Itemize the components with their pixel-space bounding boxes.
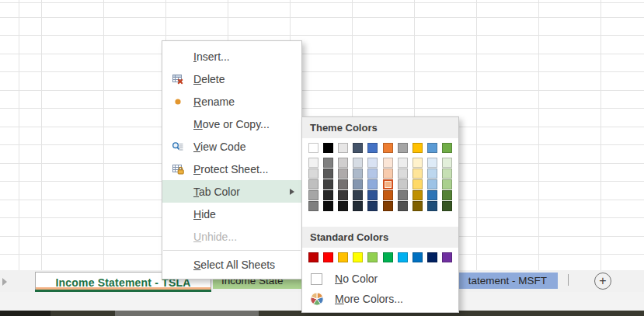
- menu-item-unhide[interactable]: Unhide...: [162, 225, 301, 248]
- theme-variant-swatch[interactable]: [308, 190, 319, 200]
- theme-variant-swatch[interactable]: [413, 190, 423, 200]
- theme-color-swatch[interactable]: [323, 143, 333, 153]
- theme-variant-swatch[interactable]: [323, 168, 333, 179]
- theme-variant-swatch[interactable]: [383, 168, 393, 179]
- tab-scroll-right-icon[interactable]: [2, 278, 7, 286]
- theme-variant-swatch[interactable]: [383, 158, 393, 168]
- theme-color-swatch[interactable]: [383, 143, 393, 153]
- menu-item-insert[interactable]: Insert...: [162, 45, 301, 68]
- theme-variant-swatch[interactable]: [367, 179, 378, 189]
- taskbar-segment: [0, 311, 50, 316]
- theme-color-swatch[interactable]: [308, 143, 319, 153]
- menu-item-select-all-sheets[interactable]: Select All Sheets: [162, 253, 301, 276]
- theme-variant-swatch[interactable]: [338, 158, 348, 168]
- menu-item-view-code[interactable]: View Code: [162, 135, 301, 158]
- theme-variant-swatch[interactable]: [367, 201, 378, 211]
- standard-color-swatch[interactable]: [308, 252, 319, 262]
- menu-item-tab-color[interactable]: Tab Color: [162, 180, 301, 203]
- more-colors-label: More Colors...: [335, 293, 403, 305]
- theme-variant-swatch[interactable]: [323, 158, 333, 168]
- theme-color-swatch[interactable]: [427, 143, 437, 153]
- theme-color-swatch[interactable]: [367, 143, 378, 153]
- theme-variant-swatch[interactable]: [442, 190, 452, 200]
- tab-color-submenu: Theme Colors Standard Colors No Color: [301, 116, 459, 313]
- theme-variant-swatch[interactable]: [398, 168, 408, 179]
- standard-color-swatch[interactable]: [323, 252, 333, 262]
- theme-variant-swatch[interactable]: [413, 168, 423, 179]
- theme-variant-swatch[interactable]: [323, 190, 333, 200]
- menu-item-move-or-copy[interactable]: Move or Copy...: [162, 113, 301, 135]
- menu-item-hide[interactable]: Hide: [162, 203, 301, 225]
- menu-item-label: Protect Sheet...: [193, 163, 301, 175]
- theme-variant-swatch[interactable]: [308, 158, 319, 168]
- no-color-label: No Color: [335, 273, 378, 285]
- theme-variant-swatch[interactable]: [323, 179, 333, 189]
- standard-color-swatch[interactable]: [427, 252, 437, 262]
- standard-color-swatch[interactable]: [442, 252, 452, 262]
- menu-item-label: Unhide...: [193, 231, 301, 243]
- standard-color-swatch[interactable]: [367, 252, 378, 262]
- theme-variant-swatch[interactable]: [427, 168, 437, 179]
- rename-icon: [162, 95, 193, 108]
- theme-variant-swatch[interactable]: [398, 190, 408, 200]
- theme-variant-swatch[interactable]: [338, 190, 348, 200]
- theme-variant-swatch[interactable]: [383, 201, 393, 211]
- plus-icon: +: [599, 274, 606, 287]
- menu-item-delete[interactable]: Delete: [162, 68, 301, 90]
- menu-item-label: Tab Color: [193, 186, 290, 198]
- theme-color-swatch[interactable]: [353, 143, 363, 153]
- menu-item-label: Delete: [193, 73, 301, 85]
- theme-variant-swatch[interactable]: [353, 179, 363, 189]
- no-color-item[interactable]: No Color: [302, 269, 458, 289]
- new-sheet-button[interactable]: +: [594, 273, 611, 290]
- standard-colors-header: Standard Colors: [302, 227, 458, 248]
- theme-variant-swatch[interactable]: [442, 201, 452, 211]
- theme-color-swatch[interactable]: [398, 143, 408, 153]
- theme-variant-swatch[interactable]: [413, 158, 423, 168]
- theme-variant-swatch[interactable]: [383, 190, 393, 200]
- theme-variant-swatch[interactable]: [398, 179, 408, 189]
- theme-variant-swatch[interactable]: [308, 168, 319, 179]
- standard-color-swatch[interactable]: [413, 252, 423, 262]
- excel-window: Income Statement - TSLA Income State tat…: [0, 0, 644, 316]
- theme-variant-swatch[interactable]: [413, 201, 423, 211]
- theme-variant-row: [308, 190, 452, 200]
- theme-variant-swatch[interactable]: [427, 158, 437, 168]
- theme-variant-swatch[interactable]: [353, 168, 363, 179]
- menu-item-label: Hide: [193, 208, 301, 221]
- theme-color-swatch[interactable]: [338, 143, 348, 153]
- theme-variant-swatch[interactable]: [442, 158, 452, 168]
- delete-icon: [162, 73, 193, 85]
- theme-color-swatch[interactable]: [442, 143, 452, 153]
- theme-variant-swatch[interactable]: [367, 158, 378, 168]
- theme-variant-swatch[interactable]: [427, 201, 437, 211]
- theme-variant-swatch[interactable]: [427, 190, 437, 200]
- theme-variant-swatch[interactable]: [383, 179, 393, 189]
- menu-item-rename[interactable]: Rename: [162, 90, 301, 113]
- standard-color-swatch[interactable]: [338, 252, 348, 262]
- theme-variant-row: [308, 158, 452, 168]
- theme-variant-swatch[interactable]: [367, 168, 378, 179]
- theme-variant-swatch[interactable]: [338, 179, 348, 189]
- more-colors-item[interactable]: More Colors...: [302, 289, 458, 309]
- theme-variant-swatch[interactable]: [308, 179, 319, 189]
- theme-variant-swatch[interactable]: [427, 179, 437, 189]
- theme-variant-swatch[interactable]: [442, 168, 452, 179]
- theme-variant-swatch[interactable]: [353, 190, 363, 200]
- theme-variant-swatch[interactable]: [323, 201, 333, 211]
- theme-variant-swatch[interactable]: [338, 168, 348, 179]
- theme-variant-swatch[interactable]: [353, 201, 363, 211]
- theme-variant-swatch[interactable]: [442, 179, 452, 189]
- standard-color-swatch[interactable]: [383, 252, 393, 262]
- theme-variant-swatch[interactable]: [398, 158, 408, 168]
- theme-variant-swatch[interactable]: [413, 179, 423, 189]
- theme-variant-swatch[interactable]: [398, 201, 408, 211]
- menu-item-protect-sheet[interactable]: Protect Sheet...: [162, 158, 301, 180]
- theme-variant-swatch[interactable]: [353, 158, 363, 168]
- theme-color-swatch[interactable]: [413, 143, 423, 153]
- theme-variant-swatch[interactable]: [308, 201, 319, 211]
- theme-variant-swatch[interactable]: [367, 190, 378, 200]
- standard-color-swatch[interactable]: [353, 252, 363, 262]
- standard-color-swatch[interactable]: [398, 252, 408, 262]
- theme-variant-swatch[interactable]: [338, 201, 348, 211]
